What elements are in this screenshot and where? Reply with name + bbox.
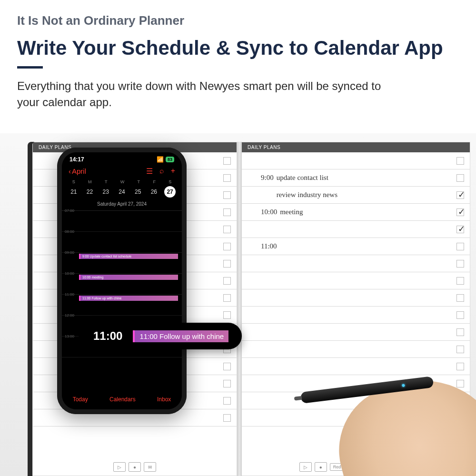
calendar-date[interactable]: 27 xyxy=(164,186,176,198)
ruled-line xyxy=(242,341,470,358)
pen-led-icon xyxy=(402,384,405,387)
calendar-day-headers: SMTWTFS xyxy=(62,179,182,184)
handwritten-entry: 10:00meeting xyxy=(261,208,303,216)
day-header: T xyxy=(105,179,108,184)
page-footer-left: ▷ ● ✉ xyxy=(33,462,237,472)
ruled-line: 9:00update contact list xyxy=(242,169,470,187)
day-header: S xyxy=(169,179,171,184)
status-time: 14:17 xyxy=(69,156,84,163)
ruled-line: ✓ xyxy=(242,221,470,238)
add-icon[interactable]: + xyxy=(171,167,175,176)
time-label: 07:00 xyxy=(65,208,74,213)
day-header: T xyxy=(138,179,140,184)
description-text: Everything that you write down with Newy… xyxy=(17,78,388,110)
day-header: W xyxy=(120,179,125,184)
list-icon[interactable]: ☰ xyxy=(146,167,153,176)
ruled-line xyxy=(242,324,470,341)
day-header: M xyxy=(88,179,92,184)
calendar-date[interactable]: 25 xyxy=(132,186,144,198)
phone-screen: 14:17 📶 83 ‹ April ☰ ⌕ + SMTWTFS 2122232… xyxy=(62,152,182,409)
notebook-spine xyxy=(237,142,242,476)
footer-inbox[interactable]: Inbox xyxy=(157,396,171,403)
timeline-row: 10:0010:00 meeting xyxy=(62,274,182,295)
handwritten-entry: 0:00review industry news xyxy=(261,191,337,199)
checkmark-icon: ✓ xyxy=(458,207,465,217)
calendar-date[interactable]: 26 xyxy=(148,186,159,198)
pen-tip xyxy=(294,396,302,401)
subtitle-text: It Is Not an Ordinary Planner xyxy=(17,13,459,28)
ruled-line xyxy=(242,358,470,375)
day-header: S xyxy=(72,179,75,184)
play-icon: ▷ xyxy=(113,462,126,472)
event-callout: 11:00 11:00 Follow up with chine xyxy=(80,323,242,349)
calendar-back-button[interactable]: ‹ April xyxy=(69,167,86,175)
calendar-event[interactable]: 11:00 Follow up with chine xyxy=(79,296,178,301)
ruled-line xyxy=(242,289,470,307)
calendar-date[interactable]: 24 xyxy=(116,186,128,198)
callout-event: 11:00 Follow up with chine xyxy=(133,330,228,342)
calendar-full-date: Saturday April 27, 2024 xyxy=(62,199,182,211)
mail-icon: ✉ xyxy=(144,462,156,472)
checkmark-icon: ✓ xyxy=(458,224,465,234)
ruled-line xyxy=(242,307,470,324)
ruled-line: 10:00meeting✓ xyxy=(242,204,470,221)
checkmark-icon: ✓ xyxy=(458,189,465,200)
phone-mockup: 14:17 📶 83 ‹ April ☰ ⌕ + SMTWTFS 2122232… xyxy=(57,148,187,414)
timeline-row: 08:00 xyxy=(62,232,182,253)
ruled-line xyxy=(242,152,470,169)
footer-today[interactable]: Today xyxy=(73,396,88,403)
back-label: April xyxy=(72,167,86,175)
calendar-date[interactable]: 22 xyxy=(84,186,96,198)
calendar-event[interactable]: 9:00 Update contact list schedule xyxy=(79,254,178,259)
hand-with-pen xyxy=(295,376,476,476)
calendar-date[interactable]: 21 xyxy=(68,186,79,198)
ruled-line: 11:00 xyxy=(242,238,470,255)
main-title: Write Your Schedule & Sync to Calendar A… xyxy=(17,37,459,60)
signal-icon: 📶 xyxy=(157,156,164,163)
time-label: 12:00 xyxy=(65,313,74,317)
day-header: F xyxy=(153,179,156,184)
battery-indicator: 83 xyxy=(166,157,174,162)
ruled-line xyxy=(242,255,470,272)
time-label: 10:00 xyxy=(65,271,74,276)
calendar-dates-row: 21222324252627 xyxy=(62,184,182,199)
timeline-row: 07:00 xyxy=(62,211,182,232)
ruled-line xyxy=(242,272,470,289)
handwritten-entry: 11:00 xyxy=(261,242,280,250)
phone-notch xyxy=(96,152,148,164)
footer-calendars[interactable]: Calendars xyxy=(109,396,136,403)
search-icon[interactable]: ⌕ xyxy=(159,167,164,176)
handwritten-entry: 9:00update contact list xyxy=(261,174,328,182)
timeline-row: 09:009:00 Update contact list schedule xyxy=(62,253,182,274)
calendar-date[interactable]: 23 xyxy=(100,186,111,198)
timeline-row: 11:0011:00 Follow up with chine xyxy=(62,295,182,316)
time-label: 13:00 xyxy=(65,334,74,338)
ruled-line: 0:00review industry news✓ xyxy=(242,187,470,204)
callout-time: 11:00 xyxy=(93,329,122,343)
time-label: 09:00 xyxy=(65,250,74,255)
record-icon: ● xyxy=(129,462,141,472)
accent-bar xyxy=(17,66,43,69)
page-header-right: DAILY PLANS xyxy=(242,142,470,152)
time-label: 08:00 xyxy=(65,229,74,234)
chevron-left-icon: ‹ xyxy=(69,167,71,175)
calendar-event[interactable]: 10:00 meeting xyxy=(79,275,178,280)
callout-tail xyxy=(76,331,82,338)
time-label: 11:00 xyxy=(65,292,74,297)
